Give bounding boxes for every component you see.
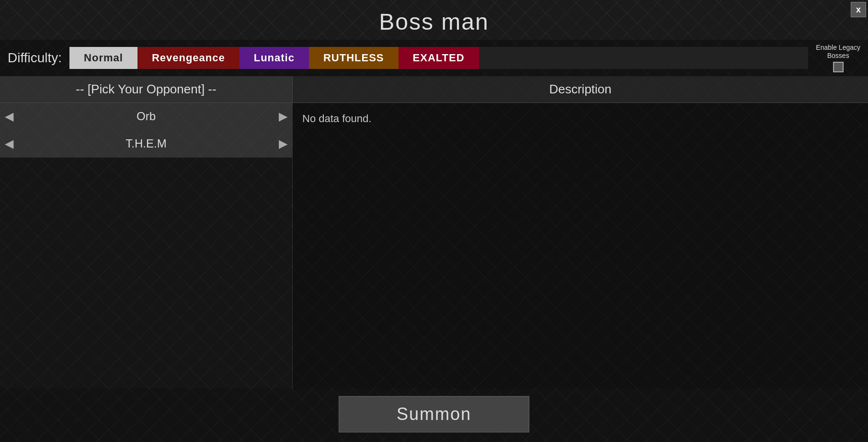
orb-arrow-left: ◀ (5, 110, 13, 123)
legacy-label: Enable LegacyBosses (816, 44, 860, 60)
pick-opponent-header: -- [Pick Your Opponent] -- (0, 76, 292, 103)
opponent-orb[interactable]: ◀ Orb ▶ (0, 103, 292, 130)
opponent-them[interactable]: ◀ T.H.E.M ▶ (0, 130, 292, 158)
difficulty-exalted[interactable]: EXALTED (399, 47, 479, 69)
close-button[interactable]: x (851, 2, 866, 17)
legacy-checkbox[interactable] (833, 62, 844, 72)
opponent-orb-label: Orb (137, 110, 156, 123)
them-arrow-left: ◀ (5, 137, 13, 150)
window-title: Boss man (379, 9, 489, 35)
main-window: Boss man x Difficulty: Normal Revengeanc… (0, 0, 868, 442)
summon-button[interactable]: Summon (339, 396, 529, 432)
bottom-bar: Summon (0, 388, 868, 442)
description-header: Description (292, 76, 868, 103)
orb-arrow-right: ▶ (279, 110, 287, 123)
left-panel: -- [Pick Your Opponent] -- ◀ Orb ▶ ◀ T.H… (0, 76, 292, 388)
difficulty-ruthless[interactable]: RUTHLESS (309, 47, 399, 69)
difficulty-revengeance[interactable]: Revengeance (137, 47, 240, 69)
difficulty-buttons: Normal Revengeance Lunatic RUTHLESS EXAL… (69, 47, 808, 69)
difficulty-spacer (479, 47, 809, 69)
difficulty-normal[interactable]: Normal (69, 47, 137, 69)
them-arrow-right: ▶ (279, 137, 287, 150)
difficulty-row: Difficulty: Normal Revengeance Lunatic R… (0, 40, 868, 76)
right-panel: Description No data found. (292, 76, 868, 388)
opponent-list: ◀ Orb ▶ ◀ T.H.E.M ▶ (0, 103, 292, 158)
opponent-them-label: T.H.E.M (126, 137, 166, 150)
difficulty-lunatic[interactable]: Lunatic (240, 47, 309, 69)
description-body: No data found. (292, 103, 868, 388)
title-bar: Boss man x (0, 0, 868, 40)
legacy-area: Enable LegacyBosses (816, 44, 860, 72)
main-content: -- [Pick Your Opponent] -- ◀ Orb ▶ ◀ T.H… (0, 76, 868, 388)
difficulty-label: Difficulty: (8, 50, 62, 66)
